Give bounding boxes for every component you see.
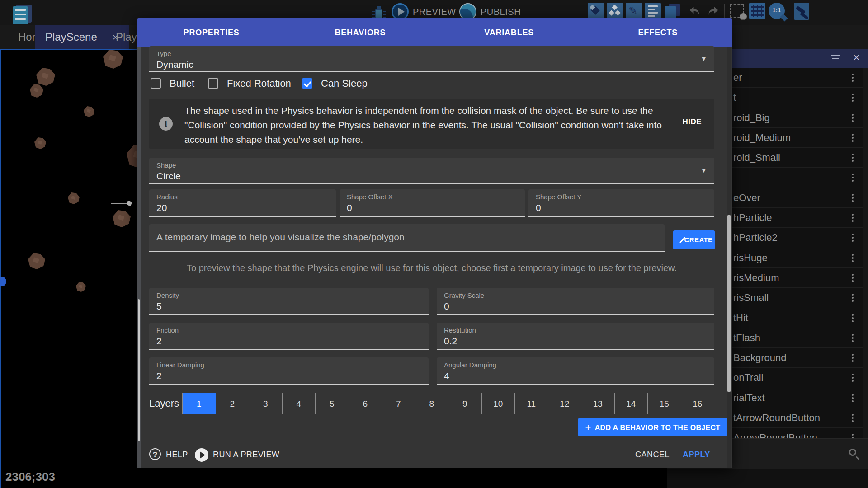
info-banner: i The shape used in the Physics behavior…: [149, 99, 714, 149]
item-menu-icon[interactable]: [852, 294, 854, 296]
run-preview-button[interactable]: RUN A PREVIEW: [213, 450, 279, 460]
can-sleep-checkbox[interactable]: [302, 78, 312, 89]
bullet-checkbox[interactable]: [151, 78, 161, 89]
layers-icon[interactable]: [664, 3, 680, 19]
item-menu-icon[interactable]: [852, 114, 854, 116]
item-menu-icon[interactable]: [852, 234, 854, 235]
instances-icon[interactable]: [607, 3, 623, 19]
search-icon: [849, 449, 856, 456]
item-menu-icon[interactable]: [852, 394, 854, 396]
dialog-scrollbar-thumb[interactable]: [727, 215, 731, 392]
apply-button[interactable]: APPLY: [683, 450, 710, 460]
tab-effects[interactable]: EFFECTS: [584, 18, 732, 47]
angular-damping-field[interactable]: Angular Damping 4: [437, 357, 714, 385]
item-menu-icon[interactable]: [852, 194, 854, 196]
left-scrollbar-track[interactable]: [137, 47, 141, 468]
publish-button[interactable]: PUBLISH: [481, 7, 521, 17]
layer-11[interactable]: 11: [515, 393, 548, 414]
cancel-button[interactable]: CANCEL: [635, 450, 670, 460]
hide-button[interactable]: HIDE: [682, 117, 702, 127]
layer-9[interactable]: 9: [448, 393, 482, 414]
layer-10[interactable]: 10: [482, 393, 515, 414]
plus-icon: +: [585, 422, 591, 433]
item-menu-icon[interactable]: [852, 134, 854, 136]
selection-dot[interactable]: [0, 277, 6, 286]
shape-select[interactable]: Shape Circle ▼: [149, 158, 714, 184]
create-button[interactable]: CREATE: [673, 230, 715, 249]
item-menu-icon[interactable]: [852, 334, 854, 336]
asteroid-object[interactable]: [30, 84, 43, 98]
layer-2[interactable]: 2: [216, 393, 250, 414]
layer-7[interactable]: 7: [382, 393, 415, 414]
edit-scene-icon[interactable]: ✎: [626, 3, 642, 19]
layer-6[interactable]: 6: [349, 393, 382, 414]
close-panel-icon[interactable]: ×: [853, 51, 860, 65]
tab-behaviors[interactable]: BEHAVIORS: [286, 18, 434, 47]
item-menu-icon[interactable]: [852, 174, 854, 175]
panel-scroll-track[interactable]: [863, 68, 868, 457]
type-select[interactable]: Type Dynamic ▼: [149, 46, 714, 72]
project-manager-icon[interactable]: [12, 3, 34, 24]
objects-icon[interactable]: [588, 3, 604, 19]
gizmo-handle[interactable]: [126, 200, 132, 206]
asteroid-object[interactable]: [84, 106, 94, 117]
tab-properties[interactable]: PROPERTIES: [137, 18, 286, 47]
linear-damping-field[interactable]: Linear Damping 2: [149, 357, 429, 385]
density-field[interactable]: Density 5: [149, 288, 429, 315]
redo-icon[interactable]: [705, 3, 722, 19]
layer-15[interactable]: 15: [648, 393, 681, 414]
layer-3[interactable]: 3: [249, 393, 283, 414]
fixed-rotation-checkbox[interactable]: [208, 78, 218, 89]
layer-14[interactable]: 14: [615, 393, 648, 414]
gravity-scale-field[interactable]: Gravity Scale 0: [437, 288, 714, 315]
layer-12[interactable]: 12: [548, 393, 582, 414]
events-icon[interactable]: [645, 3, 661, 19]
settings-wrench-icon[interactable]: [794, 3, 809, 20]
asteroid-object[interactable]: [113, 210, 131, 227]
dialog-tabbar: PROPERTIES BEHAVIORS VARIABLES EFFECTS: [137, 18, 732, 47]
item-menu-icon[interactable]: [852, 354, 854, 356]
asteroid-object[interactable]: [68, 192, 80, 204]
preview-button[interactable]: PREVIEW: [413, 7, 456, 17]
asteroid-object[interactable]: [103, 50, 123, 69]
layer-5[interactable]: 5: [316, 393, 349, 414]
grid-icon[interactable]: [749, 3, 765, 19]
radius-field[interactable]: Radius 20: [149, 189, 336, 217]
zoom-1-1-icon[interactable]: 1:1: [769, 3, 785, 19]
item-menu-icon[interactable]: [852, 214, 854, 216]
layer-4[interactable]: 4: [283, 393, 316, 414]
run-preview-icon[interactable]: [195, 448, 208, 462]
add-behavior-button[interactable]: +ADD A BEHAVIOR TO THE OBJECT: [578, 418, 727, 436]
restitution-field[interactable]: Restitution 0.2: [437, 323, 714, 350]
asteroid-object[interactable]: [34, 137, 46, 149]
item-menu-icon[interactable]: [852, 314, 854, 316]
left-scrollbar-thumb[interactable]: [138, 299, 140, 441]
layer-8[interactable]: 8: [415, 393, 449, 414]
asteroid-object[interactable]: [28, 253, 45, 269]
help-button[interactable]: HELP: [166, 450, 188, 460]
dialog-scrollbar-track[interactable]: [727, 47, 731, 468]
item-menu-icon[interactable]: [852, 274, 854, 276]
item-menu-icon[interactable]: [852, 254, 854, 256]
asteroid-object[interactable]: [76, 282, 86, 292]
deselect-icon[interactable]: [730, 4, 744, 18]
undo-icon[interactable]: [686, 3, 703, 19]
filter-icon[interactable]: [831, 55, 840, 63]
layer-16[interactable]: 16: [681, 393, 715, 414]
asteroid-object[interactable]: [36, 68, 55, 86]
item-menu-icon[interactable]: [852, 374, 854, 375]
shape-offset-y-field[interactable]: Shape Offset Y 0: [528, 189, 714, 217]
layer-13[interactable]: 13: [581, 393, 615, 414]
item-menu-icon[interactable]: [852, 154, 854, 155]
item-menu-icon[interactable]: [852, 414, 854, 416]
help-icon[interactable]: ?: [149, 448, 161, 460]
item-menu-icon[interactable]: [852, 94, 854, 95]
friction-field[interactable]: Friction 2: [149, 323, 429, 350]
shape-offset-x-field[interactable]: Shape Offset X 0: [340, 189, 525, 217]
tab-variables[interactable]: VARIABLES: [435, 18, 584, 47]
item-menu-icon[interactable]: [852, 434, 854, 436]
item-menu-icon[interactable]: [852, 74, 854, 75]
temp-image-field[interactable]: A temporary image to help you visualize …: [149, 224, 665, 252]
layer-1[interactable]: 1: [183, 393, 216, 414]
layers-label: Layers: [149, 393, 179, 414]
